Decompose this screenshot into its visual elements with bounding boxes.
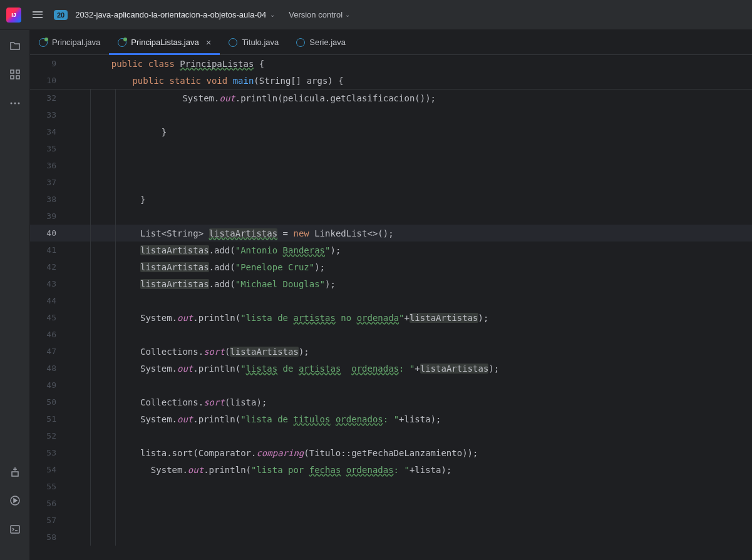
code-line[interactable]: 41listaArtistas.add("Antonio Banderas");	[30, 242, 752, 258]
code-line[interactable]: 58	[30, 529, 752, 546]
project-tool-icon[interactable]	[8, 39, 22, 53]
indent-guides	[90, 123, 140, 140]
terminal-tool-icon[interactable]	[8, 522, 22, 536]
code-line[interactable]: 36	[30, 157, 752, 174]
code-line[interactable]: 33	[30, 106, 752, 123]
code-line[interactable]: 51System.out.println("lista de titulos o…	[30, 410, 752, 427]
code-line[interactable]: 34 }	[30, 123, 752, 140]
line-number: 47	[30, 347, 68, 356]
indent-guides	[90, 208, 140, 225]
code-line[interactable]: 57	[30, 512, 752, 529]
indent-guides	[90, 461, 140, 478]
line-number: 48	[30, 364, 68, 373]
code-content: listaArtistas.add("Penelope Cruz");	[140, 262, 325, 272]
code-content: Collections.sort(listaArtistas);	[140, 347, 309, 357]
structure-tool-icon[interactable]	[8, 68, 22, 81]
svg-rect-8	[11, 526, 19, 533]
sticky-line[interactable]: 9 public class PrincipaListas {	[30, 55, 752, 72]
line-number: 37	[30, 178, 68, 187]
indent-guides	[90, 242, 140, 258]
more-tool-icon[interactable]	[8, 96, 22, 110]
code-content: listaArtistas.add("Michael Douglas");	[140, 279, 336, 289]
close-icon[interactable]: ×	[206, 37, 212, 48]
line-number: 44	[30, 296, 68, 305]
project-dropdown[interactable]: 2032-java-aplicando-la-orientacion-a-obj…	[75, 10, 275, 19]
indent-guides	[90, 529, 140, 546]
code-content: System.out.println("lista por fechas ord…	[140, 465, 451, 475]
line-number: 58	[30, 532, 68, 542]
indent-guides	[90, 326, 140, 343]
code-content: }	[140, 195, 145, 205]
line-number: 43	[30, 279, 68, 288]
chevron-down-icon: ⌄	[345, 11, 350, 18]
line-number: 57	[30, 516, 68, 525]
code-content: System.out.println("lista de artistas no…	[140, 313, 488, 323]
project-badge: 20	[54, 10, 68, 20]
line-number: 38	[30, 195, 68, 204]
line-number: 33	[30, 110, 68, 120]
code-line[interactable]: 43listaArtistas.add("Michael Douglas");	[30, 275, 752, 292]
line-number: 34	[30, 127, 68, 136]
indent-guides	[90, 427, 140, 444]
code-content: System.out.println("listas de artistas o…	[140, 364, 499, 374]
project-name-label: 2032-java-aplicando-la-orientacion-a-obj…	[75, 10, 266, 19]
code-line[interactable]: 52	[30, 427, 752, 444]
editor-tab[interactable]: Titulo.java	[220, 30, 287, 54]
sticky-header: 9 public class PrincipaListas {10 public…	[30, 55, 752, 89]
build-tool-icon[interactable]	[8, 465, 22, 479]
editor-tab[interactable]: Principal.java	[30, 30, 109, 54]
code-line[interactable]: 53lista.sort(Comparator.comparing(Titulo…	[30, 444, 752, 461]
svg-rect-2	[11, 76, 14, 79]
line-number: 46	[30, 330, 68, 339]
tab-label: Titulo.java	[242, 38, 279, 47]
code-line[interactable]: 42listaArtistas.add("Penelope Cruz");	[30, 258, 752, 275]
code-line[interactable]: 50Collections.sort(lista);	[30, 394, 752, 410]
sticky-line[interactable]: 10 public static void main(String[] args…	[30, 72, 752, 89]
code-line[interactable]: 54 System.out.println("lista por fechas …	[30, 461, 752, 478]
line-number: 42	[30, 262, 68, 272]
code-line[interactable]: 39	[30, 208, 752, 225]
tab-label: PrincipaListas.java	[131, 38, 198, 47]
code-line[interactable]: 46	[30, 326, 752, 343]
editor-tab[interactable]: Serie.java	[287, 30, 354, 54]
code-editor[interactable]: 32 System.out.println(pelicula.getClasif…	[30, 89, 752, 560]
code-line[interactable]: 44	[30, 292, 752, 309]
code-line[interactable]: 56	[30, 495, 752, 512]
code-line[interactable]: 37	[30, 174, 752, 191]
version-control-dropdown[interactable]: Version control ⌄	[289, 10, 350, 19]
code-line[interactable]: 35	[30, 140, 752, 157]
run-tool-icon[interactable]	[8, 494, 22, 507]
indent-guides	[90, 191, 140, 208]
indent-guides	[90, 258, 140, 275]
code-line[interactable]: 47Collections.sort(listaArtistas);	[30, 343, 752, 360]
svg-rect-1	[16, 70, 19, 73]
line-number: 40	[30, 228, 68, 238]
code-line[interactable]: 48System.out.println("listas de artistas…	[30, 360, 752, 377]
code-line[interactable]: 38}	[30, 191, 752, 208]
line-number: 39	[30, 211, 68, 221]
code-content: System.out.println(pelicula.getClasifica…	[140, 93, 436, 103]
editor-tabs: Principal.javaPrincipaListas.java×Titulo…	[30, 30, 752, 55]
indent-guides	[90, 495, 140, 512]
indent-guides	[90, 292, 140, 309]
main-area: Principal.javaPrincipaListas.java×Titulo…	[0, 30, 752, 560]
main-menu-icon[interactable]	[29, 8, 46, 22]
code-line[interactable]: 45System.out.println("lista de artistas …	[30, 309, 752, 326]
ide-logo-icon: IJ	[6, 8, 21, 23]
line-number: 45	[30, 313, 68, 322]
editor-tab[interactable]: PrincipaListas.java×	[109, 30, 220, 54]
code-line[interactable]: 49	[30, 377, 752, 394]
code-line[interactable]: 32 System.out.println(pelicula.getClasif…	[30, 89, 752, 106]
code-line[interactable]: 55	[30, 478, 752, 495]
code-line[interactable]: 40List<String> listaArtistas = new Linke…	[30, 225, 752, 242]
code-content	[140, 110, 182, 120]
svg-point-4	[10, 103, 12, 104]
line-number: 54	[30, 465, 68, 474]
code-content: listaArtistas.add("Antonio Banderas");	[140, 245, 341, 255]
indent-guides	[90, 377, 140, 394]
indent-guides	[90, 478, 140, 495]
indent-guides	[90, 394, 140, 410]
indent-guides	[90, 309, 140, 326]
code-content: public class PrincipaListas {	[90, 59, 264, 69]
tab-label: Serie.java	[309, 38, 346, 47]
